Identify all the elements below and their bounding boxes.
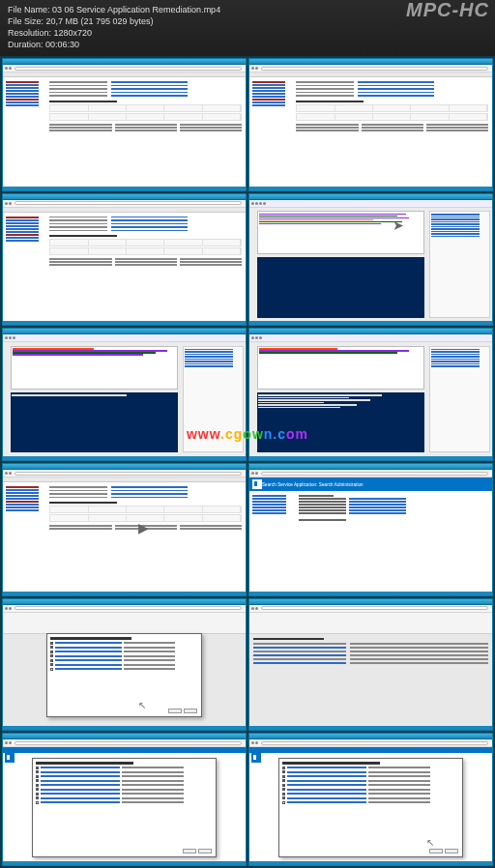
duration-label: Duration: (8, 40, 44, 49)
ok-button[interactable] (429, 849, 443, 854)
ribbon (3, 613, 246, 634)
resolution-label: Resolution: (8, 28, 51, 38)
sharepoint-logo-icon (252, 479, 262, 489)
duration-value: 00:06:30 (45, 40, 79, 49)
sharepoint-banner: Search Service Application: Search Admin… (249, 477, 492, 491)
file-name-value: 03 06 Service Application Remediation.mp… (52, 5, 220, 14)
sharepoint-logo-icon (5, 753, 15, 861)
file-size-value: 20,7 MB (21 795 029 bytes) (46, 16, 154, 26)
config-associations-dialog (46, 633, 202, 717)
thumb-4l[interactable]: ▶ (2, 463, 247, 596)
checkbox[interactable] (50, 642, 53, 645)
thumb-5r[interactable] (248, 598, 493, 732)
ise-console-pane (257, 257, 424, 317)
file-size-label: File Size: (8, 16, 44, 26)
thumb-3r[interactable] (248, 328, 493, 461)
page-title: Search Service Application: Search Admin… (262, 482, 364, 487)
cursor-arrow-icon: ➤ (393, 217, 404, 233)
config-associations-dialog (278, 758, 463, 857)
checkbox[interactable] (50, 663, 53, 666)
thumb-3l[interactable] (2, 328, 247, 461)
dialog-title (50, 637, 131, 640)
thumb-4r[interactable]: Search Service Application: Search Admin… (248, 463, 493, 596)
cancel-button[interactable] (198, 849, 212, 854)
player-watermark: MPC-HC (406, 4, 489, 15)
cursor-arrow-icon: ↖ (138, 700, 146, 710)
thumb-1r[interactable] (248, 58, 493, 191)
thumb-2l[interactable] (2, 193, 247, 327)
checkbox[interactable] (50, 651, 53, 653)
resolution-value: 1280x720 (54, 28, 93, 38)
browser-toolbar (3, 65, 246, 72)
thumb-6r[interactable]: ↖ (248, 733, 493, 866)
checkbox[interactable] (50, 646, 53, 649)
file-name-label: File Name: (8, 5, 50, 14)
config-associations-dialog (32, 758, 217, 857)
thumb-5l[interactable]: ↖ (2, 598, 247, 732)
topology-heading (49, 101, 116, 102)
checkbox[interactable] (50, 659, 53, 662)
cancel-button[interactable] (445, 849, 458, 854)
sharepoint-ribbon (3, 747, 246, 753)
ok-button[interactable] (168, 709, 182, 713)
ise-commands-pane (429, 211, 490, 318)
nav-sidebar (252, 494, 295, 589)
cursor-arrow-icon: ▶ (138, 520, 149, 535)
media-info-header: File Name: 03 06 Service Application Rem… (0, 0, 495, 56)
thumb-1l[interactable] (2, 58, 247, 191)
thumb-6l[interactable] (2, 733, 247, 866)
sharepoint-logo-icon (251, 753, 261, 763)
nav-sidebar (5, 79, 47, 185)
cancel-button[interactable] (184, 709, 197, 713)
ok-button[interactable] (183, 849, 196, 854)
thumb-2r[interactable]: ➤ (248, 193, 493, 327)
checkbox[interactable] (50, 668, 53, 671)
cursor-arrow-icon: ↖ (426, 837, 434, 848)
thumbnail-grid: ➤ (0, 56, 495, 868)
checkbox[interactable] (50, 654, 53, 657)
